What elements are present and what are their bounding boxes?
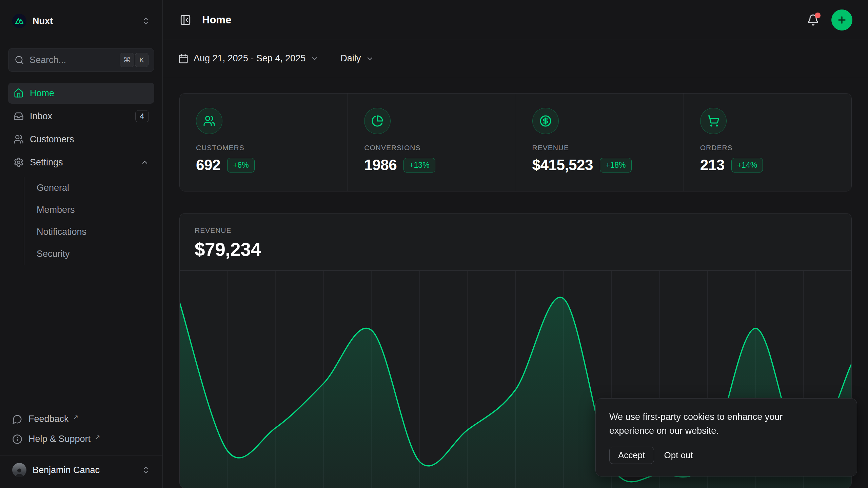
external-link-icon: ↗: [95, 433, 100, 441]
user-menu[interactable]: Benjamin Canac: [8, 459, 154, 481]
search-icon: [15, 55, 24, 65]
granularity-value: Daily: [340, 53, 361, 64]
panel-left-close-icon: [180, 14, 191, 26]
stat-customers[interactable]: CUSTOMERS 692 +6%: [180, 94, 348, 191]
sidebar-spacer: [8, 265, 154, 410]
stat-delta-badge: +13%: [403, 158, 435, 172]
granularity-select[interactable]: Daily: [340, 53, 374, 64]
add-button[interactable]: [831, 9, 852, 30]
calendar-icon: [178, 54, 189, 64]
chevron-up-icon: [141, 158, 149, 166]
inbox-icon: [14, 111, 24, 121]
page-title: Home: [202, 14, 231, 26]
search-input[interactable]: Search... ⌘ K: [8, 48, 154, 72]
stat-orders[interactable]: ORDERS 213 +14%: [684, 94, 851, 191]
cookie-banner: We use first-party cookies to enhance yo…: [595, 398, 857, 476]
stat-value: 692: [196, 157, 220, 174]
chevrons-up-down-icon: [141, 466, 150, 474]
avatar: [12, 463, 26, 477]
settings-submenu: General Members Notifications Security: [24, 177, 154, 265]
stat-delta-badge: +18%: [600, 158, 631, 172]
user-name: Benjamin Canac: [33, 465, 100, 475]
kbd-meta: ⌘: [120, 53, 134, 67]
help-support-link[interactable]: Help & Support ↗: [8, 430, 154, 448]
dollar-circle-icon: [532, 108, 559, 134]
collapse-sidebar-button[interactable]: [178, 12, 193, 28]
chevron-down-icon: [366, 55, 374, 63]
users-icon: [14, 134, 24, 144]
search-placeholder: Search...: [29, 55, 114, 65]
nuxt-logo-icon: [12, 14, 26, 28]
plus-icon: [836, 15, 847, 25]
stat-label: REVENUE: [532, 144, 667, 152]
stat-value: $415,523: [532, 157, 593, 174]
search-shortcut: ⌘ K: [120, 53, 149, 67]
stats-row: CUSTOMERS 692 +6% CONVERSIONS 1986 +13%: [179, 93, 852, 191]
chevron-down-icon: [311, 55, 319, 63]
optout-cookies-button[interactable]: Opt out: [662, 447, 695, 464]
filters-toolbar: Aug 21, 2025 - Sep 4, 2025 Daily: [163, 40, 868, 77]
sidebar-item-notifications[interactable]: Notifications: [24, 221, 154, 243]
stat-value: 1986: [364, 157, 397, 174]
users-icon: [196, 108, 222, 134]
cookie-actions: Accept Opt out: [609, 447, 843, 464]
home-icon: [14, 88, 24, 98]
header-actions: [805, 9, 852, 30]
sidebar-footer-links: Feedback ↗ Help & Support ↗: [8, 410, 154, 448]
kbd-k: K: [135, 53, 149, 67]
info-circle-icon: [12, 434, 22, 444]
date-range-value: Aug 21, 2025 - Sep 4, 2025: [194, 53, 305, 64]
sidebar-item-label: Inbox: [30, 111, 52, 122]
stat-delta-badge: +6%: [227, 158, 255, 172]
sidebar-divider: [0, 455, 162, 455]
sidebar-item-label: Settings: [30, 157, 63, 168]
page-header: Home: [163, 0, 868, 40]
sidebar-item-label: Home: [30, 88, 54, 99]
pie-chart-icon: [364, 108, 391, 134]
sidebar-item-home[interactable]: Home: [8, 83, 154, 104]
stat-label: CONVERSIONS: [364, 144, 499, 152]
notification-dot: [815, 13, 821, 18]
help-support-label: Help & Support: [28, 434, 91, 444]
cart-icon: [700, 108, 727, 134]
chevrons-up-down-icon: [141, 17, 150, 25]
stat-conversions[interactable]: CONVERSIONS 1986 +13%: [348, 94, 515, 191]
cookie-message: We use first-party cookies to enhance yo…: [609, 410, 816, 438]
notifications-button[interactable]: [805, 12, 821, 28]
stat-label: CUSTOMERS: [196, 144, 331, 152]
message-bubble-icon: [12, 414, 22, 424]
stat-label: ORDERS: [700, 144, 835, 152]
feedback-label: Feedback: [28, 414, 69, 424]
stat-delta-badge: +14%: [731, 158, 763, 172]
inbox-count-badge: 4: [135, 110, 149, 123]
feedback-link[interactable]: Feedback ↗: [8, 410, 154, 428]
revenue-value: $79,234: [195, 239, 836, 260]
workspace-switcher[interactable]: Nuxt: [8, 8, 154, 34]
date-range-picker[interactable]: Aug 21, 2025 - Sep 4, 2025: [178, 53, 319, 64]
stat-revenue[interactable]: REVENUE $415,523 +18%: [516, 94, 684, 191]
sidebar-item-customers[interactable]: Customers: [8, 129, 154, 150]
revenue-label: REVENUE: [195, 226, 836, 235]
workspace-name: Nuxt: [33, 16, 53, 26]
sidebar: Nuxt Search... ⌘ K Home Inbox 4: [0, 0, 163, 488]
sidebar-item-general[interactable]: General: [24, 177, 154, 199]
stat-value: 213: [700, 157, 725, 174]
sidebar-item-label: Customers: [30, 134, 74, 145]
sidebar-item-inbox[interactable]: Inbox 4: [8, 106, 154, 127]
sidebar-item-security[interactable]: Security: [24, 243, 154, 265]
sidebar-nav: Home Inbox 4 Customers Settings Ge: [8, 83, 154, 265]
accept-cookies-button[interactable]: Accept: [609, 447, 654, 464]
external-link-icon: ↗: [73, 413, 79, 421]
sidebar-item-settings[interactable]: Settings: [8, 152, 154, 173]
revenue-header: REVENUE $79,234: [180, 214, 851, 270]
gear-icon: [14, 157, 24, 167]
sidebar-item-members[interactable]: Members: [24, 199, 154, 221]
